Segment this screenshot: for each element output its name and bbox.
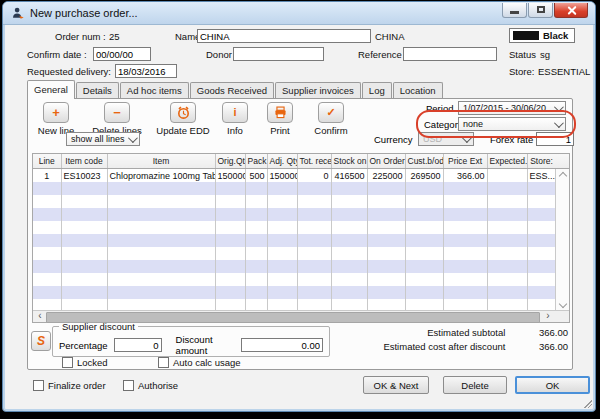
authorise-checkbox[interactable]: Authorise bbox=[123, 380, 178, 391]
table-cell bbox=[331, 221, 367, 234]
table-cell bbox=[487, 195, 527, 208]
scroll-down-icon[interactable] bbox=[558, 300, 567, 309]
col-expected[interactable]: Expected... bbox=[487, 154, 527, 169]
confirm-date-input[interactable] bbox=[93, 47, 151, 61]
print-button[interactable]: Print bbox=[260, 102, 300, 136]
finalize-order-checkbox[interactable]: Finalize order bbox=[33, 380, 106, 391]
forex-rate-input[interactable] bbox=[536, 132, 574, 146]
locked-checkbox[interactable]: Locked bbox=[62, 357, 108, 368]
table-row-empty[interactable] bbox=[33, 234, 556, 247]
tab-bar: General Details Ad hoc items Goods Recei… bbox=[27, 82, 444, 99]
tab-log[interactable]: Log bbox=[362, 82, 392, 99]
table-cell bbox=[267, 273, 297, 286]
table-cell bbox=[245, 260, 267, 273]
close-button[interactable] bbox=[554, 3, 588, 18]
table-row-empty[interactable] bbox=[33, 221, 556, 234]
tab-supplier-invoices[interactable]: Supplier invoices bbox=[275, 82, 361, 99]
table-cell bbox=[443, 182, 487, 195]
col-item[interactable]: Item bbox=[107, 154, 215, 169]
table-row-empty[interactable] bbox=[33, 273, 556, 286]
table-row-empty[interactable] bbox=[33, 195, 556, 208]
col-tot-received[interactable]: Tot. recei... bbox=[297, 154, 331, 169]
scroll-up-icon[interactable] bbox=[558, 170, 567, 179]
tab-ad-hoc-items[interactable]: Ad hoc items bbox=[120, 82, 189, 99]
period-dropdown[interactable]: 1/07/2015 - 30/06/20... bbox=[458, 101, 566, 115]
confirm-button[interactable]: ✓ Confirm bbox=[308, 102, 354, 136]
show-lines-dropdown[interactable]: show all lines bbox=[66, 132, 140, 146]
table-row-empty[interactable] bbox=[33, 260, 556, 273]
col-adj-qty[interactable]: Adj. Qty bbox=[267, 154, 297, 169]
col-line[interactable]: Line bbox=[33, 154, 61, 169]
authorise-label: Authorise bbox=[138, 380, 178, 391]
requested-delivery-input[interactable] bbox=[115, 64, 177, 78]
col-on-order[interactable]: On Order bbox=[367, 154, 405, 169]
reference-input[interactable] bbox=[403, 47, 497, 61]
col-price-ext[interactable]: Price Ext bbox=[443, 154, 487, 169]
chevron-down-icon bbox=[554, 102, 564, 112]
cell-line: 1 bbox=[33, 169, 61, 183]
cell-adj-qty: 150000 bbox=[267, 169, 297, 183]
tab-details[interactable]: Details bbox=[76, 82, 119, 99]
table-row-empty[interactable] bbox=[33, 286, 556, 299]
category-label: Category bbox=[424, 119, 463, 130]
scroll-left-icon[interactable]: ‹ bbox=[34, 311, 46, 322]
title-bar[interactable]: New purchase order... bbox=[3, 2, 595, 25]
col-item-code[interactable]: Item code bbox=[61, 154, 107, 169]
donor-input[interactable] bbox=[233, 47, 324, 61]
table-cell bbox=[443, 208, 487, 221]
table-cell bbox=[215, 182, 245, 195]
table-cell bbox=[367, 221, 405, 234]
tab-general[interactable]: General bbox=[27, 80, 75, 99]
requested-delivery-label: Requested delivery: bbox=[27, 66, 111, 77]
discount-amount-label: Discount amount bbox=[176, 334, 235, 356]
col-stock-on[interactable]: Stock on ... bbox=[331, 154, 367, 169]
percentage-input[interactable] bbox=[114, 338, 162, 352]
delete-lines-button[interactable]: − Delete lines bbox=[88, 102, 146, 136]
resize-grip[interactable] bbox=[584, 400, 592, 408]
table-cell bbox=[297, 221, 331, 234]
col-orig-qty[interactable]: Orig.Qty bbox=[215, 154, 245, 169]
table-cell bbox=[61, 273, 107, 286]
info-button[interactable]: i Info bbox=[218, 102, 252, 136]
table-cell bbox=[331, 208, 367, 221]
col-cust-bodrs[interactable]: Cust.b/odrs bbox=[405, 154, 443, 169]
table-cell bbox=[487, 286, 527, 299]
store-label: Store: bbox=[509, 66, 534, 77]
color-button[interactable]: Black bbox=[509, 28, 575, 43]
table-row[interactable]: 1 ES10023 Chlopromazine 100mg Tab 150000… bbox=[33, 169, 556, 183]
col-pack[interactable]: Pack bbox=[245, 154, 267, 169]
scroll-right-icon[interactable]: › bbox=[542, 311, 554, 322]
status-value: sg bbox=[540, 49, 550, 60]
tab-location[interactable]: Location bbox=[393, 82, 443, 99]
new-line-button[interactable]: + New line bbox=[34, 102, 78, 136]
table-cell bbox=[245, 182, 267, 195]
table-row-empty[interactable] bbox=[33, 247, 556, 260]
ok-next-button[interactable]: OK & Next bbox=[363, 376, 429, 394]
delete-button[interactable]: Delete bbox=[443, 376, 507, 394]
auto-calc-checkbox[interactable]: Auto calc usage bbox=[158, 357, 241, 368]
currency-dropdown[interactable]: USD bbox=[418, 132, 474, 146]
category-value: none bbox=[463, 119, 483, 129]
discount-amount-input[interactable] bbox=[241, 338, 323, 352]
table-row-empty[interactable] bbox=[33, 208, 556, 221]
col-store[interactable]: Store: bbox=[527, 154, 556, 169]
table-cell bbox=[215, 260, 245, 273]
table-cell bbox=[297, 247, 331, 260]
table-cell bbox=[267, 286, 297, 299]
update-edd-button[interactable]: Update EDD bbox=[154, 102, 212, 136]
table-row-empty[interactable] bbox=[33, 182, 556, 195]
maximize-button[interactable] bbox=[528, 3, 553, 18]
table-cell bbox=[107, 247, 215, 260]
table-cell bbox=[33, 286, 61, 299]
category-dropdown[interactable]: none bbox=[458, 117, 566, 131]
recalculate-discount-button[interactable]: S bbox=[31, 331, 51, 351]
minimize-button[interactable] bbox=[502, 3, 527, 18]
table-cell bbox=[33, 221, 61, 234]
vertical-scrollbar[interactable] bbox=[555, 169, 569, 310]
ok-button[interactable]: OK bbox=[515, 376, 590, 394]
locked-label: Locked bbox=[77, 357, 108, 368]
table-cell bbox=[405, 195, 443, 208]
supplier-discount-legend: Supplier discount bbox=[59, 321, 138, 332]
tab-goods-received[interactable]: Goods Received bbox=[190, 82, 274, 99]
name-input[interactable] bbox=[197, 29, 371, 43]
